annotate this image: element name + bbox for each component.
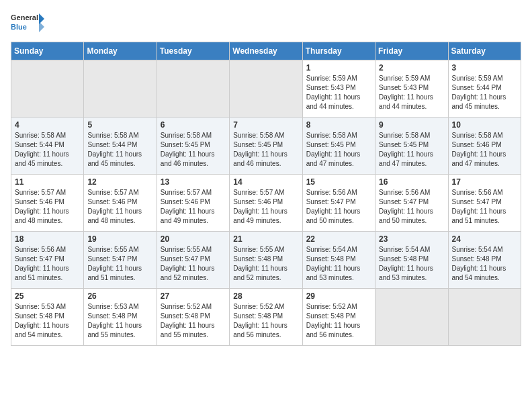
day-info: Sunrise: 5:56 AM Sunset: 5:47 PM Dayligh… [379,188,444,226]
day-number: 15 [306,177,371,187]
day-number: 24 [452,234,517,244]
calendar-cell: 7 Sunrise: 5:58 AM Sunset: 5:45 PM Dayli… [230,118,302,175]
calendar-cell: 27 Sunrise: 5:52 AM Sunset: 5:48 PM Dayl… [157,289,229,346]
day-number: 29 [306,291,371,301]
calendar-cell [84,60,157,118]
calendar-cell [230,60,302,118]
calendar-cell: 21 Sunrise: 5:55 AM Sunset: 5:48 PM Dayl… [230,232,302,289]
calendar-cell [11,60,84,118]
calendar-week-row: 18 Sunrise: 5:56 AM Sunset: 5:47 PM Dayl… [11,232,521,289]
day-info: Sunrise: 5:54 AM Sunset: 5:48 PM Dayligh… [452,245,517,283]
day-number: 22 [306,234,371,244]
calendar-week-row: 1 Sunrise: 5:59 AM Sunset: 5:43 PM Dayli… [11,60,521,118]
day-info: Sunrise: 5:58 AM Sunset: 5:45 PM Dayligh… [161,131,226,169]
day-number: 19 [87,234,152,244]
day-number: 2 [379,63,444,73]
calendar-cell: 17 Sunrise: 5:56 AM Sunset: 5:47 PM Dayl… [448,175,521,232]
header: General Blue [11,11,521,36]
calendar-cell: 11 Sunrise: 5:57 AM Sunset: 5:46 PM Dayl… [11,175,84,232]
day-info: Sunrise: 5:58 AM Sunset: 5:45 PM Dayligh… [233,131,298,169]
calendar-cell: 1 Sunrise: 5:59 AM Sunset: 5:43 PM Dayli… [302,60,375,118]
day-info: Sunrise: 5:58 AM Sunset: 5:44 PM Dayligh… [87,131,152,169]
calendar-cell: 24 Sunrise: 5:54 AM Sunset: 5:48 PM Dayl… [448,232,521,289]
calendar-week-row: 25 Sunrise: 5:53 AM Sunset: 5:48 PM Dayl… [11,289,521,346]
day-number: 12 [87,177,152,187]
day-info: Sunrise: 5:57 AM Sunset: 5:46 PM Dayligh… [161,188,226,226]
day-info: Sunrise: 5:55 AM Sunset: 5:47 PM Dayligh… [161,245,226,283]
calendar-header-row: SundayMondayTuesdayWednesdayThursdayFrid… [11,42,521,60]
calendar-cell [157,60,229,118]
day-info: Sunrise: 5:52 AM Sunset: 5:48 PM Dayligh… [161,302,226,340]
day-number: 4 [15,120,80,130]
day-number: 6 [161,120,226,130]
day-info: Sunrise: 5:56 AM Sunset: 5:47 PM Dayligh… [306,188,371,226]
day-number: 13 [161,177,226,187]
calendar-cell: 8 Sunrise: 5:58 AM Sunset: 5:45 PM Dayli… [302,118,375,175]
col-header-wednesday: Wednesday [230,42,302,60]
col-header-thursday: Thursday [302,42,375,60]
day-info: Sunrise: 5:58 AM Sunset: 5:46 PM Dayligh… [452,131,517,169]
calendar-cell: 29 Sunrise: 5:52 AM Sunset: 5:48 PM Dayl… [302,289,375,346]
calendar-cell: 28 Sunrise: 5:52 AM Sunset: 5:48 PM Dayl… [230,289,302,346]
calendar-cell: 14 Sunrise: 5:57 AM Sunset: 5:46 PM Dayl… [230,175,302,232]
calendar-cell: 26 Sunrise: 5:53 AM Sunset: 5:48 PM Dayl… [84,289,157,346]
day-number: 23 [379,234,444,244]
calendar-table: SundayMondayTuesdayWednesdayThursdayFrid… [11,42,521,346]
day-number: 21 [233,234,298,244]
day-number: 5 [87,120,152,130]
day-number: 18 [15,234,80,244]
day-number: 28 [233,291,298,301]
calendar-cell: 15 Sunrise: 5:56 AM Sunset: 5:47 PM Dayl… [302,175,375,232]
calendar-cell: 3 Sunrise: 5:59 AM Sunset: 5:44 PM Dayli… [448,60,521,118]
day-info: Sunrise: 5:57 AM Sunset: 5:46 PM Dayligh… [233,188,298,226]
day-info: Sunrise: 5:56 AM Sunset: 5:47 PM Dayligh… [452,188,517,226]
day-number: 20 [161,234,226,244]
col-header-saturday: Saturday [448,42,521,60]
day-number: 25 [15,291,80,301]
day-number: 27 [161,291,226,301]
day-number: 8 [306,120,371,130]
calendar-cell: 6 Sunrise: 5:58 AM Sunset: 5:45 PM Dayli… [157,118,229,175]
day-number: 26 [87,291,152,301]
calendar-cell [448,289,521,346]
day-info: Sunrise: 5:55 AM Sunset: 5:47 PM Dayligh… [87,245,152,283]
day-number: 10 [452,120,517,130]
day-number: 9 [379,120,444,130]
day-number: 1 [306,63,371,73]
col-header-sunday: Sunday [11,42,84,60]
svg-text:General: General [11,13,38,21]
calendar-cell: 22 Sunrise: 5:54 AM Sunset: 5:48 PM Dayl… [302,232,375,289]
day-number: 11 [15,177,80,187]
calendar-cell: 23 Sunrise: 5:54 AM Sunset: 5:48 PM Dayl… [375,232,448,289]
day-info: Sunrise: 5:58 AM Sunset: 5:45 PM Dayligh… [306,131,371,169]
day-number: 3 [452,63,517,73]
day-number: 14 [233,177,298,187]
day-info: Sunrise: 5:52 AM Sunset: 5:48 PM Dayligh… [306,302,371,340]
calendar-cell: 20 Sunrise: 5:55 AM Sunset: 5:47 PM Dayl… [157,232,229,289]
svg-text:Blue: Blue [11,23,27,31]
calendar-cell: 12 Sunrise: 5:57 AM Sunset: 5:46 PM Dayl… [84,175,157,232]
calendar-cell [375,289,448,346]
calendar-week-row: 4 Sunrise: 5:58 AM Sunset: 5:44 PM Dayli… [11,118,521,175]
day-number: 17 [452,177,517,187]
day-info: Sunrise: 5:54 AM Sunset: 5:48 PM Dayligh… [379,245,444,283]
day-info: Sunrise: 5:58 AM Sunset: 5:44 PM Dayligh… [15,131,80,169]
day-info: Sunrise: 5:59 AM Sunset: 5:43 PM Dayligh… [379,74,444,111]
day-info: Sunrise: 5:53 AM Sunset: 5:48 PM Dayligh… [87,302,152,340]
col-header-monday: Monday [84,42,157,60]
calendar-cell: 13 Sunrise: 5:57 AM Sunset: 5:46 PM Dayl… [157,175,229,232]
day-info: Sunrise: 5:57 AM Sunset: 5:46 PM Dayligh… [87,188,152,226]
calendar-cell: 2 Sunrise: 5:59 AM Sunset: 5:43 PM Dayli… [375,60,448,118]
day-info: Sunrise: 5:58 AM Sunset: 5:45 PM Dayligh… [379,131,444,169]
day-number: 7 [233,120,298,130]
day-info: Sunrise: 5:55 AM Sunset: 5:48 PM Dayligh… [233,245,298,283]
calendar-cell: 19 Sunrise: 5:55 AM Sunset: 5:47 PM Dayl… [84,232,157,289]
calendar-cell: 18 Sunrise: 5:56 AM Sunset: 5:47 PM Dayl… [11,232,84,289]
calendar-week-row: 11 Sunrise: 5:57 AM Sunset: 5:46 PM Dayl… [11,175,521,232]
calendar-cell: 5 Sunrise: 5:58 AM Sunset: 5:44 PM Dayli… [84,118,157,175]
calendar-cell: 10 Sunrise: 5:58 AM Sunset: 5:46 PM Dayl… [448,118,521,175]
day-info: Sunrise: 5:59 AM Sunset: 5:44 PM Dayligh… [452,74,517,111]
day-info: Sunrise: 5:52 AM Sunset: 5:48 PM Dayligh… [233,302,298,340]
day-info: Sunrise: 5:54 AM Sunset: 5:48 PM Dayligh… [306,245,371,283]
col-header-friday: Friday [375,42,448,60]
